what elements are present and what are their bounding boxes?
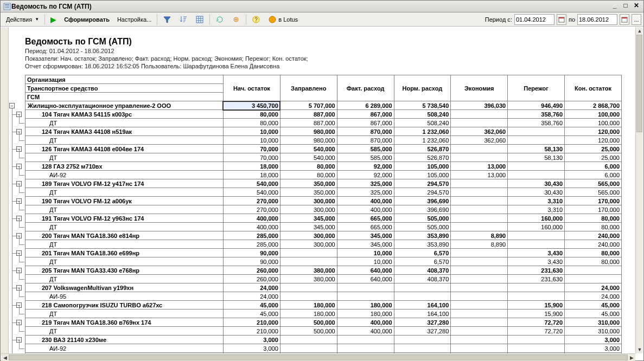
sort-button[interactable] bbox=[176, 14, 191, 25]
help-button[interactable]: ? bbox=[248, 14, 264, 25]
grid-button[interactable] bbox=[192, 14, 207, 25]
table-row[interactable]: АИ-9524,00024,000 bbox=[25, 292, 622, 301]
table-row[interactable]: 128 ГАЗ 2752 м710вх18,00080,00092,000105… bbox=[25, 162, 622, 171]
table-row[interactable]: 205 Тягач MAN TGA33.430 е768нр260,000380… bbox=[25, 266, 622, 275]
cell-value: 345,000 bbox=[280, 223, 337, 231]
table-row[interactable]: 104 Тягач КАМАЗ 54115 к003рс80,000887,00… bbox=[25, 110, 622, 119]
table-row[interactable]: ДТ45,000180,000180,000164,10015,90045,00… bbox=[25, 310, 622, 318]
tree-gutter bbox=[1, 27, 9, 353]
report-table: Организация Нач. остаток Заправлено Факт… bbox=[25, 75, 622, 353]
table-row[interactable]: 200 Тягач MAN TGA18.360 е814нр285,000300… bbox=[25, 231, 622, 240]
tree-node-vehicle[interactable] bbox=[16, 181, 22, 186]
scroll-down-button[interactable]: ▼ bbox=[636, 346, 643, 353]
table-row[interactable]: ДТ400,000345,000665,000505,000160,00080,… bbox=[25, 223, 622, 231]
table-row[interactable]: 126 Тягач КАМАЗ 44108 е004ве 17470,00054… bbox=[25, 145, 622, 153]
cell-value bbox=[451, 257, 508, 266]
tree-node-vehicle[interactable] bbox=[16, 146, 22, 152]
table-row[interactable]: 191 Тягач VOLVO FM-12 у963нс 174400,0003… bbox=[25, 214, 622, 223]
report-period: Период: 01.04.2012 - 18.06.2012 bbox=[25, 48, 619, 54]
tree-node-vehicle[interactable] bbox=[16, 250, 22, 256]
play-button[interactable]: ▶ bbox=[47, 14, 60, 25]
cell-value: 508,240 bbox=[394, 119, 451, 127]
table-row[interactable]: 230 ВАЗ 21140 х230ме3,0003,000 bbox=[25, 336, 622, 344]
cell-value bbox=[508, 344, 565, 353]
table-row[interactable]: Жилищно-эксплуатационное управление-2 ОО… bbox=[25, 101, 622, 110]
row-name: ДТ bbox=[25, 310, 224, 318]
scroll-thumb[interactable] bbox=[636, 35, 642, 132]
table-row[interactable]: ДТ70,000540,000585,000526,87058,13025,00… bbox=[25, 153, 622, 162]
hscroll-thumb[interactable] bbox=[9, 354, 628, 360]
cell-value: 160,000 bbox=[508, 223, 565, 231]
table-row[interactable]: ДТ270,000300,000400,000396,6903,310170,0… bbox=[25, 205, 622, 214]
cell-value bbox=[451, 283, 508, 292]
horizontal-scrollbar[interactable]: ◀ ▶ bbox=[1, 353, 635, 361]
minimize-button[interactable]: _ bbox=[610, 2, 620, 10]
table-row[interactable]: 207 VolkswagenMultivan у199хн24,00024,00… bbox=[25, 283, 622, 292]
tree-node-vehicle[interactable] bbox=[16, 112, 22, 117]
close-button[interactable]: ✕ bbox=[632, 2, 641, 10]
table-row[interactable]: ДТ285,000300,000345,000353,8908,890240,0… bbox=[25, 240, 622, 249]
tree-node-vehicle[interactable] bbox=[16, 198, 22, 204]
cell-value: 3,000 bbox=[223, 336, 280, 344]
lotus-button[interactable]: в Lotus bbox=[265, 14, 301, 25]
vertical-scrollbar[interactable]: ▲ ▼ bbox=[635, 27, 643, 353]
tree-node-vehicle[interactable] bbox=[16, 337, 22, 343]
table-row[interactable]: 190 Тягач VOLVO FM-12 а006ук270,000300,0… bbox=[25, 197, 622, 205]
table-row[interactable]: ДТ260,000380,000640,000408,370231,630 bbox=[25, 275, 622, 283]
table-row[interactable]: ДТ90,00010,0006,5703,43080,000 bbox=[25, 257, 622, 266]
expand-button[interactable] bbox=[228, 14, 244, 25]
cell-value: 380,000 bbox=[280, 275, 337, 283]
calendar-from-button[interactable] bbox=[557, 14, 566, 25]
cell-value: 30,430 bbox=[508, 188, 565, 197]
scroll-right-button[interactable]: ▶ bbox=[628, 354, 635, 361]
cell-value bbox=[394, 344, 451, 353]
cell-value: 294,570 bbox=[394, 188, 451, 197]
settings-button[interactable]: Настройка... bbox=[114, 14, 155, 25]
generate-button[interactable]: Сформировать bbox=[61, 14, 113, 25]
cell-value: 3 450,700 bbox=[223, 101, 280, 110]
tree-node-vehicle[interactable] bbox=[16, 285, 22, 291]
cell-value: 345,000 bbox=[337, 240, 394, 249]
help-icon: ? bbox=[252, 15, 260, 24]
table-row[interactable]: ДТ210,000500,000400,000327,28072,720310,… bbox=[25, 327, 622, 336]
cell-value: 45,000 bbox=[223, 301, 280, 310]
table-row[interactable]: ДТ80,000887,000867,000508,240358,760100,… bbox=[25, 119, 622, 127]
tree-node-vehicle[interactable] bbox=[16, 129, 22, 134]
date-from-input[interactable] bbox=[514, 14, 554, 25]
scroll-left-button[interactable]: ◀ bbox=[1, 354, 9, 361]
table-row[interactable]: ДТ540,000350,000325,000294,57030,430565,… bbox=[25, 188, 622, 197]
row-name: АИ-92 bbox=[25, 171, 224, 179]
period-picker-button[interactable]: ... bbox=[632, 14, 641, 25]
tree-node-vehicle[interactable] bbox=[16, 302, 22, 308]
tree-node-vehicle[interactable] bbox=[16, 268, 22, 273]
table-row[interactable]: 219 Тягач MAN TGA18.360 в769нх 174210,00… bbox=[25, 318, 622, 327]
table-row[interactable]: АИ-9218,00080,00092,000105,00013,0006,00… bbox=[25, 171, 622, 179]
cell-value: 867,000 bbox=[337, 110, 394, 119]
cell-value: 2 868,700 bbox=[565, 101, 622, 110]
cell-value: 15,900 bbox=[508, 310, 565, 318]
scroll-up-button[interactable]: ▲ bbox=[636, 27, 643, 35]
table-row[interactable]: 201 Тягач MAN TGA18.360 е699нр90,00010,0… bbox=[25, 249, 622, 257]
refresh-button[interactable] bbox=[212, 14, 227, 25]
calendar-to-button[interactable] bbox=[620, 14, 629, 25]
filter-button[interactable] bbox=[160, 14, 175, 25]
tree-node-vehicle[interactable] bbox=[16, 216, 22, 221]
actions-menu[interactable]: Действия ▼ bbox=[3, 14, 42, 25]
table-row[interactable]: ДТ10,000980,000870,0001 232,060362,06012… bbox=[25, 136, 622, 145]
row-name: 201 Тягач MAN TGA18.360 е699нр bbox=[25, 249, 224, 257]
cell-value: 353,890 bbox=[394, 231, 451, 240]
svg-rect-2 bbox=[5, 7, 9, 7]
table-row[interactable]: 189 Тягач VOLVO FM-12 у417нс 174540,0003… bbox=[25, 179, 622, 188]
row-name: ДТ bbox=[25, 240, 224, 249]
tree-node-root[interactable] bbox=[9, 103, 15, 108]
table-row[interactable]: 124 Тягач КАМАЗ 44108 н519ак10,000980,00… bbox=[25, 127, 622, 136]
tree-node-vehicle[interactable] bbox=[16, 233, 22, 238]
tree-node-vehicle[interactable] bbox=[16, 164, 22, 169]
table-row[interactable]: АИ-923,0003,000 bbox=[25, 344, 622, 353]
col-header: Пережог bbox=[508, 75, 565, 101]
table-row[interactable]: 218 Самопогрузчик ISUZU TURBO а627хс45,0… bbox=[25, 301, 622, 310]
maximize-button[interactable]: □ bbox=[621, 2, 630, 10]
tree-node-vehicle[interactable] bbox=[16, 320, 22, 325]
date-to-input[interactable] bbox=[577, 14, 617, 25]
report-area: ▲ ▼ Ведомость по ГСМ (АТП) Период: 01.04… bbox=[1, 27, 643, 353]
